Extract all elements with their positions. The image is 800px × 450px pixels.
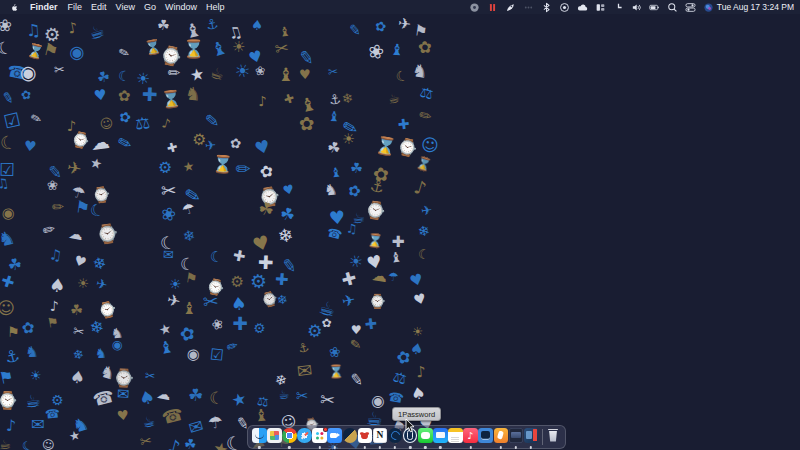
wallpaper-glyph: ☘: [70, 302, 84, 318]
clock-menu-icon[interactable]: [613, 2, 624, 13]
red-bars-menu-icon[interactable]: [487, 2, 498, 13]
menu-go[interactable]: Go: [144, 2, 156, 12]
wallpaper-glyph: ♪: [161, 116, 172, 131]
wallpaper-glyph: ♝: [209, 38, 230, 60]
cloud-icon[interactable]: [577, 2, 588, 13]
menu-clock[interactable]: Tue Aug 17 3:24 PM: [717, 2, 794, 12]
wallpaper-glyph: ♪: [6, 418, 17, 434]
dock-bear[interactable]: [358, 428, 373, 446]
wallpaper-glyph: ♞: [25, 345, 39, 361]
dock-mail[interactable]: [433, 428, 448, 446]
volume-icon[interactable]: [631, 2, 642, 13]
wallpaper-glyph: ♥: [413, 291, 429, 308]
dock-chrome[interactable]: [282, 428, 297, 446]
wallpaper-glyph: ♞: [95, 346, 107, 359]
dock-messages[interactable]: [418, 428, 433, 446]
wallpaper-glyph: ★: [182, 160, 195, 174]
wallpaper-glyph: ☁: [156, 387, 172, 403]
mouse-cursor: [405, 419, 415, 437]
orange-icon: [494, 428, 509, 443]
wallpaper-glyph: ☾: [0, 39, 13, 59]
dock-dark-blue-circle[interactable]: [388, 428, 403, 446]
wallpaper-glyph: ✏: [41, 222, 57, 239]
dock-gold-circle[interactable]: [343, 428, 358, 446]
wallpaper-glyph: ♥: [72, 253, 88, 270]
rocket-menu-icon[interactable]: [505, 2, 516, 13]
wallpaper-glyph: ☀: [411, 326, 423, 340]
wallpaper-glyph: ♠: [137, 387, 157, 408]
dock-finder[interactable]: [252, 428, 267, 446]
menu-help[interactable]: Help: [206, 2, 225, 12]
wallpaper-glyph: ✚: [364, 316, 378, 332]
wallpaper-glyph: ✉: [31, 417, 45, 433]
wallpaper-glyph: ☑: [2, 110, 22, 132]
wallpaper-glyph: ♞: [0, 227, 17, 249]
dock-zoom[interactable]: [327, 428, 342, 446]
wallpaper-glyph: ⌚: [364, 201, 387, 221]
dock-red-flag[interactable]: [524, 428, 539, 446]
wallpaper-glyph: ❄: [341, 91, 354, 106]
wallpaper-glyph: ☾: [417, 247, 430, 261]
wallpaper-glyph: ⚓: [3, 348, 21, 368]
wallpaper-glyph: ☺: [99, 116, 115, 132]
dock-notion[interactable]: [373, 428, 388, 446]
dock-dark-screen[interactable]: [509, 428, 524, 446]
wallpaper-glyph: ☎: [91, 387, 116, 409]
dock-blue-dark[interactable]: [478, 428, 493, 446]
screen-record-icon[interactable]: [559, 2, 570, 13]
wallpaper-glyph: ♪: [166, 437, 182, 450]
wallpaper-glyph: ❄: [88, 319, 105, 338]
dimmed-menu-icon[interactable]: [523, 2, 534, 13]
wallpaper-glyph: ✿: [418, 39, 433, 57]
wallpaper-glyph: ☺: [0, 300, 15, 317]
menu-app-name[interactable]: Finder: [30, 2, 58, 12]
wallpaper-glyph: ⌛: [183, 41, 205, 59]
dock-music[interactable]: [463, 428, 478, 446]
dock-safari[interactable]: [297, 428, 312, 446]
control-center-icon[interactable]: [685, 2, 696, 13]
battery-icon[interactable]: [649, 2, 660, 13]
running-indicator: [379, 446, 381, 448]
wallpaper-glyph: ☑: [209, 347, 224, 364]
menu-file[interactable]: File: [68, 2, 83, 12]
wallpaper-glyph: ⚖: [391, 369, 408, 387]
gray-circle-menu-icon[interactable]: [469, 2, 480, 13]
running-indicator: [424, 446, 426, 448]
menu-edit[interactable]: Edit: [91, 2, 107, 12]
dock-launchpad[interactable]: [267, 428, 282, 446]
wallpaper-glyph: ✚: [282, 91, 296, 106]
running-indicator: [258, 446, 260, 448]
wallpaper-glyph: ⌛: [327, 365, 344, 378]
dock-orange[interactable]: [494, 428, 509, 446]
dock-tooltip: 1Password: [392, 407, 441, 421]
running-indicator: [334, 446, 336, 448]
siri-icon[interactable]: [703, 2, 714, 13]
launchpad-icon: [267, 428, 282, 443]
wallpaper-glyph: ✂: [320, 391, 336, 410]
dock-notes[interactable]: [448, 428, 463, 446]
menu-view[interactable]: View: [116, 2, 135, 12]
wallpaper-glyph: ☎: [326, 226, 344, 241]
wallpaper-glyph: ♠: [251, 19, 264, 33]
dock-slack[interactable]: [312, 428, 327, 446]
wallpaper-glyph: ☂: [387, 271, 398, 283]
wallpaper-glyph: ☘: [183, 437, 197, 450]
wallpaper-glyph: ◉: [111, 339, 122, 352]
wallpaper-glyph: ✚: [397, 117, 410, 132]
dock-trash[interactable]: [546, 428, 561, 446]
bluetooth-icon[interactable]: [541, 2, 552, 13]
wallpaper-glyph: ☘: [157, 17, 171, 32]
spotlight-search-icon[interactable]: [667, 2, 678, 13]
wallpaper-glyph: ⌛: [160, 91, 182, 110]
desktop: ❀♫⚙♪☕☘♝⚓♫♠♝✎✿✈⚑☾⌛⚑◉✎⌛⌚⌛♝☀♥✂✎❀♝✿☎◉✂☘☾☀✏★☕…: [0, 0, 800, 450]
window-manager-icon[interactable]: [595, 2, 606, 13]
wallpaper-glyph: ✿: [20, 88, 32, 102]
wallpaper-glyph: ✈: [421, 204, 434, 219]
wallpaper-glyph: ◉: [1, 204, 17, 221]
wallpaper-glyph: ☘: [96, 69, 113, 87]
wallpaper-glyph: ♠: [69, 368, 86, 387]
menu-window[interactable]: Window: [165, 2, 197, 12]
apple-menu-icon[interactable]: [9, 2, 19, 13]
wallpaper-glyph: ⚑: [42, 40, 61, 60]
wallpaper-glyph: ⌛: [366, 233, 384, 248]
